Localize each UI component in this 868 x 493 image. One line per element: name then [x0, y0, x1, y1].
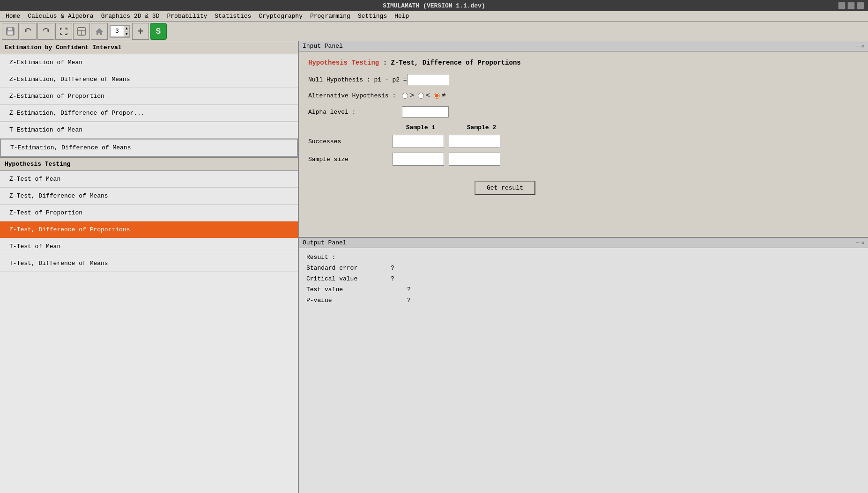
menu-graphics[interactable]: Graphics 2D & 3D	[97, 12, 163, 21]
view-button[interactable]	[73, 23, 90, 40]
menu-bar: Home Calculus & Algebra Graphics 2D & 3D…	[0, 11, 868, 22]
logo-icon: S	[156, 27, 161, 36]
hypothesis-list: Z-Test of Mean Z-Test, Difference of Mea…	[0, 171, 298, 493]
list-item-z-estimation-diff-propor[interactable]: Z-Estimation, Difference of Propor...	[0, 105, 298, 122]
list-item-z-estimation-diff-means[interactable]: Z-Estimation, Difference of Means	[0, 71, 298, 88]
sample-size-label: Sample size	[308, 156, 393, 163]
menu-settings[interactable]: Settings	[354, 12, 391, 21]
alt-hypothesis-ne-label[interactable]: ≠	[434, 92, 446, 100]
hypothesis-title-value: Z-Test, Difference of Proportions	[391, 59, 520, 66]
menu-programming[interactable]: Programming	[306, 12, 354, 21]
alt-hypothesis-gt-symbol: >	[410, 92, 414, 100]
alpha-level-input[interactable]	[402, 106, 449, 118]
svg-rect-1	[8, 28, 12, 30]
list-item-t-test-diff-means[interactable]: T-Test, Difference of Means	[0, 255, 298, 272]
list-item-z-test-diff-proportions[interactable]: Z-Test, Difference of Proportions	[0, 221, 298, 238]
alt-hypothesis-ne-symbol: ≠	[442, 92, 446, 100]
result-label: Result :	[306, 254, 335, 261]
fullscreen-button[interactable]	[55, 23, 72, 40]
maximize-button[interactable]	[847, 2, 855, 9]
test-value-label: Test value	[306, 286, 381, 293]
right-panel: Input Panel — ✕ Hypothesis Testing : Z-T…	[299, 41, 868, 493]
menu-home[interactable]: Home	[2, 12, 24, 21]
sample-size-sample2-input[interactable]	[449, 153, 500, 166]
test-value-value: ?	[407, 286, 411, 293]
sample-header-row: Sample 1 Sample 2	[393, 124, 859, 131]
zoom-input[interactable]	[111, 28, 124, 35]
list-item-t-test-mean[interactable]: T-Test of Mean	[0, 238, 298, 255]
alt-hypothesis-gt-label[interactable]: >	[402, 92, 414, 100]
menu-help[interactable]: Help	[391, 12, 413, 21]
successes-sample2-input[interactable]	[449, 135, 500, 148]
critical-value-value: ?	[391, 275, 394, 282]
sample-size-sample1-input[interactable]	[393, 153, 444, 166]
logo-button[interactable]: S	[150, 23, 167, 40]
menu-probability[interactable]: Probability	[163, 12, 211, 21]
alt-hypothesis-lt-label[interactable]: <	[418, 92, 430, 100]
list-item-z-test-diff-means[interactable]: Z-Test, Difference of Means	[0, 188, 298, 205]
zoom-down-button[interactable]: ▼	[124, 31, 129, 37]
alt-hypothesis-gt-radio[interactable]	[402, 93, 408, 99]
output-panel-close[interactable]: ✕	[861, 240, 864, 246]
list-item-t-estimation-diff-means[interactable]: T-Estimation, Difference of Means	[0, 139, 298, 157]
title-bar-buttons	[838, 2, 864, 9]
sample1-header: Sample 1	[393, 124, 449, 131]
svg-marker-3	[25, 29, 27, 32]
p-value-value: ?	[407, 297, 411, 304]
undo-button[interactable]	[20, 23, 37, 40]
null-hypothesis-input[interactable]	[407, 74, 449, 85]
svg-marker-4	[47, 29, 49, 32]
list-item-z-test-mean[interactable]: Z-Test of Mean	[0, 171, 298, 188]
input-panel-title-bar: Input Panel — ✕	[299, 41, 868, 52]
output-panel-controls: — ✕	[856, 240, 864, 246]
list-item-z-estimation-mean[interactable]: Z-Estimation of Mean	[0, 54, 298, 71]
list-item-t-estimation-mean[interactable]: T-Estimation of Mean	[0, 122, 298, 139]
null-hypothesis-label: Null Hypothesis : p1 - p2 =	[308, 76, 407, 83]
output-panel-minimize[interactable]: —	[856, 240, 860, 246]
hypothesis-testing-label: Hypothesis Testing	[308, 59, 379, 66]
input-panel-minimize[interactable]: —	[856, 43, 860, 49]
output-panel-title: Output Panel	[303, 239, 347, 246]
get-result-button[interactable]: Get result	[475, 181, 535, 195]
critical-value-label: Critical value	[306, 275, 381, 282]
output-panel-title-bar: Output Panel — ✕	[299, 238, 868, 248]
standard-error-value: ?	[391, 265, 394, 272]
menu-calculus[interactable]: Calculus & Algebra	[24, 12, 97, 21]
alt-hypothesis-radio-group: > < ≠	[402, 92, 446, 100]
sample-size-row: Sample size	[308, 153, 859, 166]
close-button[interactable]	[857, 2, 864, 9]
input-panel-content: Hypothesis Testing : Z-Test, Difference …	[299, 52, 868, 203]
hypothesis-section: Hypothesis Testing Z-Test of Mean Z-Test…	[0, 158, 298, 493]
null-hypothesis-row: Null Hypothesis : p1 - p2 =	[308, 74, 859, 85]
sample2-header: Sample 2	[453, 124, 510, 131]
alpha-level-row: Alpha level :	[308, 106, 859, 118]
menu-statistics[interactable]: Statistics	[211, 12, 255, 21]
hypothesis-header: Hypothesis Testing	[0, 158, 298, 171]
list-item-z-test-proportion[interactable]: Z-Test of Proportion	[0, 205, 298, 221]
input-panel-close[interactable]: ✕	[861, 43, 864, 49]
alt-hypothesis-lt-radio[interactable]	[418, 93, 424, 99]
standard-error-label: Standard error	[306, 265, 381, 272]
title-bar: SIMULAMATH (VERSION 1.1.dev)	[0, 0, 868, 11]
sample-table: Sample 1 Sample 2 Successes Sample size	[308, 124, 859, 166]
alt-hypothesis-ne-radio[interactable]	[434, 93, 440, 99]
successes-sample1-input[interactable]	[393, 135, 444, 148]
p-value-label: P-value	[306, 297, 381, 304]
estimation-list: Z-Estimation of Mean Z-Estimation, Diffe…	[0, 54, 298, 157]
save-button[interactable]	[2, 23, 19, 40]
zoom-up-button[interactable]: ▲	[124, 26, 129, 31]
left-panel: Estimation by Confident Interval Z-Estim…	[0, 41, 299, 493]
home-button[interactable]	[91, 23, 108, 40]
add-button[interactable]: +	[132, 23, 149, 40]
result-row: Result :	[306, 254, 861, 261]
list-item-z-estimation-proportion[interactable]: Z-Estimation of Proportion	[0, 88, 298, 105]
fullscreen-icon	[59, 27, 68, 36]
redo-button[interactable]	[37, 23, 54, 40]
p-value-row: P-value ?	[306, 297, 861, 304]
menu-cryptography[interactable]: Cryptography	[255, 12, 306, 21]
minimize-button[interactable]	[838, 2, 846, 9]
undo-icon	[23, 27, 33, 36]
get-result-container: Get result	[390, 173, 859, 195]
svg-rect-2	[7, 31, 13, 35]
output-panel: Output Panel — ✕ Result : Standard error…	[299, 238, 868, 493]
